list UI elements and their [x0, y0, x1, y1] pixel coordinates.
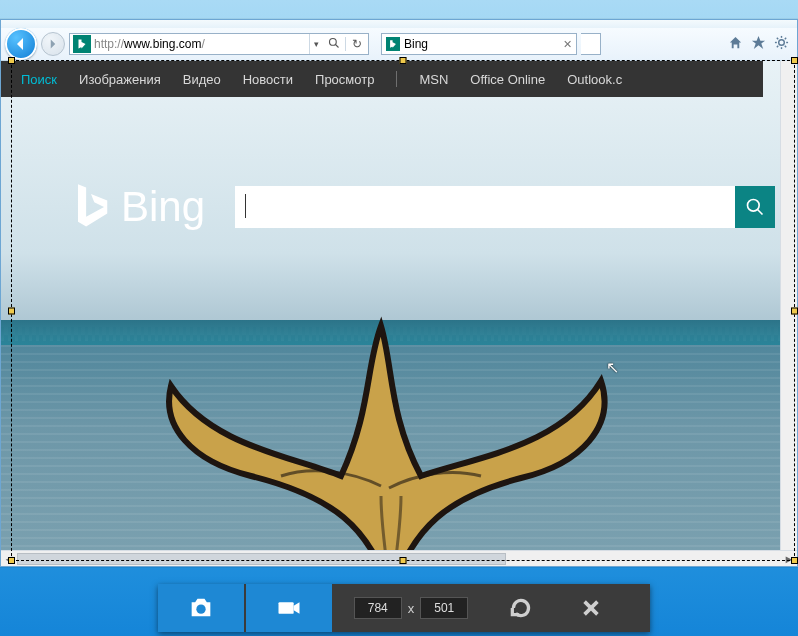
nav-msn[interactable]: MSN	[419, 72, 448, 87]
tab-close-button[interactable]: ✕	[563, 38, 572, 51]
scroll-right-button[interactable]: ►	[781, 553, 797, 565]
capture-screenshot-button[interactable]	[158, 584, 244, 632]
nav-outlook[interactable]: Outlook.c	[567, 72, 622, 87]
capture-cancel-button[interactable]	[556, 584, 626, 632]
bing-logo-icon	[71, 181, 111, 233]
scroll-track[interactable]	[17, 551, 781, 566]
svg-line-14	[758, 210, 763, 215]
url-protocol: http://	[94, 37, 124, 51]
capture-video-button[interactable]	[246, 584, 332, 632]
svg-line-9	[777, 38, 778, 39]
address-url: http://www.bing.com/	[94, 37, 309, 51]
scroll-thumb[interactable]	[17, 553, 506, 565]
nav-back-button[interactable]	[5, 28, 37, 60]
svg-point-2	[330, 38, 337, 45]
whale-tail-graphic	[131, 296, 651, 550]
nav-divider	[396, 71, 397, 87]
svg-line-12	[785, 38, 786, 39]
bing-search-area: Bing	[71, 181, 780, 233]
svg-point-13	[748, 200, 760, 212]
camera-icon	[187, 594, 215, 622]
svg-point-4	[779, 40, 785, 46]
url-path: /	[201, 37, 204, 51]
svg-line-11	[777, 46, 778, 47]
bing-search-button[interactable]	[735, 186, 775, 228]
dimension-separator: x	[408, 601, 415, 616]
scroll-left-button[interactable]: ◄	[1, 553, 17, 565]
bing-logo-text: Bing	[121, 183, 205, 231]
svg-rect-16	[279, 602, 294, 614]
nav-search[interactable]: Поиск	[21, 72, 57, 87]
tab-favicon-icon	[386, 37, 400, 51]
new-tab-button[interactable]	[581, 33, 601, 55]
nav-video[interactable]: Видео	[183, 72, 221, 87]
favorites-icon[interactable]	[751, 35, 766, 53]
tools-icon[interactable]	[774, 35, 789, 53]
ie-window: http://www.bing.com/ ▾ ↻ Bing ✕	[0, 19, 798, 567]
close-icon	[580, 597, 602, 619]
vertical-scrollbar[interactable]	[780, 61, 797, 550]
browser-tab[interactable]: Bing ✕	[381, 33, 577, 55]
bing-search-input[interactable]	[235, 186, 695, 228]
horizontal-scrollbar[interactable]: ◄ ►	[1, 550, 797, 566]
svg-line-3	[336, 44, 339, 47]
nav-view[interactable]: Просмотр	[315, 72, 374, 87]
bing-top-nav: Поиск Изображения Видео Новости Просмотр…	[1, 61, 763, 97]
home-icon[interactable]	[728, 35, 743, 53]
address-search-button[interactable]	[323, 37, 345, 52]
capture-height[interactable]: 501	[420, 597, 468, 619]
undo-icon	[508, 595, 534, 621]
svg-point-15	[196, 605, 205, 614]
bing-homepage: Поиск Изображения Видео Новости Просмотр…	[1, 61, 780, 550]
capture-undo-button[interactable]	[486, 584, 556, 632]
refresh-button[interactable]: ↻	[346, 37, 368, 51]
text-caret	[245, 194, 246, 218]
video-icon	[275, 594, 303, 622]
ie-titlebar	[1, 20, 797, 28]
tab-title: Bing	[404, 37, 559, 51]
address-bar[interactable]: http://www.bing.com/ ▾ ↻	[69, 33, 369, 55]
nav-forward-button[interactable]	[41, 32, 65, 56]
capture-width[interactable]: 784	[354, 597, 402, 619]
nav-news[interactable]: Новости	[243, 72, 293, 87]
page-viewport: Поиск Изображения Видео Новости Просмотр…	[1, 61, 797, 550]
url-domain: www.bing.com	[124, 37, 201, 51]
nav-images[interactable]: Изображения	[79, 72, 161, 87]
address-dropdown-button[interactable]: ▾	[309, 34, 323, 54]
ie-toolbar: http://www.bing.com/ ▾ ↻ Bing ✕	[1, 28, 797, 61]
bing-search-box[interactable]	[235, 186, 735, 228]
capture-dimensions: 784 x 501	[336, 597, 486, 619]
svg-line-10	[785, 46, 786, 47]
site-badge-icon	[73, 35, 91, 53]
nav-office[interactable]: Office Online	[470, 72, 545, 87]
bing-logo: Bing	[71, 181, 205, 233]
capture-toolbar: 784 x 501	[158, 584, 650, 632]
